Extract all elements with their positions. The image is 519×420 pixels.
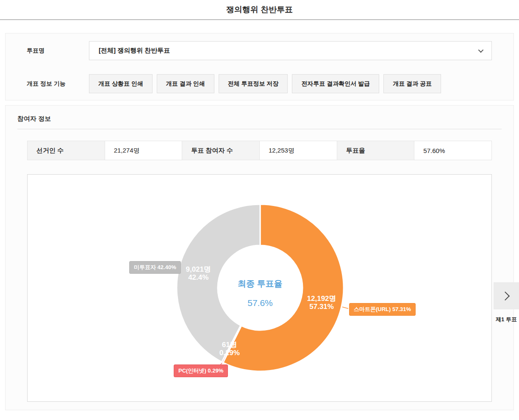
- electors-count-label: 선거인 수: [27, 141, 105, 160]
- vote-name-row: 투표명 [전체] 쟁의행위 찬반투표: [6, 41, 513, 60]
- electors-count-value: 21,274명: [105, 141, 183, 160]
- slice-value-label-2: 9,021명42.4%: [186, 265, 211, 281]
- vote-name-label: 투표명: [6, 47, 89, 55]
- chevron-right-icon: [500, 291, 509, 300]
- turnout-value: 57.60%: [414, 141, 492, 160]
- print-count-result-button[interactable]: 개표 결과 인쇄: [157, 74, 214, 93]
- slice-value-label-0: 12,192명57.31%: [307, 295, 336, 311]
- count-functions-row: 개표 정보 기능 개표 상황표 인쇄 개표 결과 인쇄 전체 투표정보 저장 전…: [6, 74, 513, 93]
- callout-badge-pc: PC(인터넷) 0.29%: [174, 364, 228, 377]
- vote-name-selected-value: [전체] 쟁의행위 찬반투표: [99, 47, 170, 55]
- slice-value-label-1: 61명0.29%: [219, 341, 240, 357]
- callout-badge-smartphone: 스마트폰(URL) 57.31%: [349, 303, 416, 316]
- callout-leader-line-0: [342, 307, 348, 309]
- title-divider: [0, 19, 519, 20]
- chevron-down-icon: [478, 47, 484, 53]
- callout-badge-nonvoters: 미투표자 42.40%: [129, 261, 181, 274]
- donut-center-title: 최종 투표율: [218, 278, 303, 289]
- turnout-donut-chart: 12,192명57.31%61명0.29%9,021명42.4% 최종 투표율 …: [27, 174, 492, 402]
- page-title: 쟁의행위 찬반투표: [0, 0, 519, 15]
- next-vote-button[interactable]: [494, 282, 519, 309]
- voters-count-label: 투표 참여자 수: [182, 141, 260, 160]
- donut-center-label: 최종 투표율 57.6%: [218, 278, 303, 308]
- controls-card: 투표명 [전체] 쟁의행위 찬반투표 개표 정보 기능 개표 상황표 인쇄 개표…: [5, 33, 514, 100]
- publish-count-result-button[interactable]: 개표 결과 공표: [383, 74, 441, 93]
- participants-card: 참여자 정보 선거인 수 21,274명 투표 참여자 수 12,253명 투표…: [5, 105, 514, 410]
- vote-pager: 제1 투표: [494, 282, 519, 323]
- turnout-label: 투표율: [337, 141, 415, 160]
- participants-stats-table: 선거인 수 21,274명 투표 참여자 수 12,253명 투표율 57.60…: [27, 141, 492, 160]
- print-count-status-button[interactable]: 개표 상황표 인쇄: [89, 74, 153, 93]
- next-vote-caption: 제1 투표: [494, 316, 519, 323]
- voters-count-value: 12,253명: [259, 141, 337, 160]
- issue-evote-certificate-button[interactable]: 전자투표 결과확인서 발급: [292, 74, 379, 93]
- vote-name-select[interactable]: [전체] 쟁의행위 찬반투표: [89, 41, 492, 60]
- participants-section-title: 참여자 정보: [17, 106, 502, 129]
- count-functions-label: 개표 정보 기능: [6, 80, 89, 88]
- donut-center-value: 57.6%: [218, 298, 303, 308]
- save-all-vote-info-button[interactable]: 전체 투표정보 저장: [219, 74, 288, 93]
